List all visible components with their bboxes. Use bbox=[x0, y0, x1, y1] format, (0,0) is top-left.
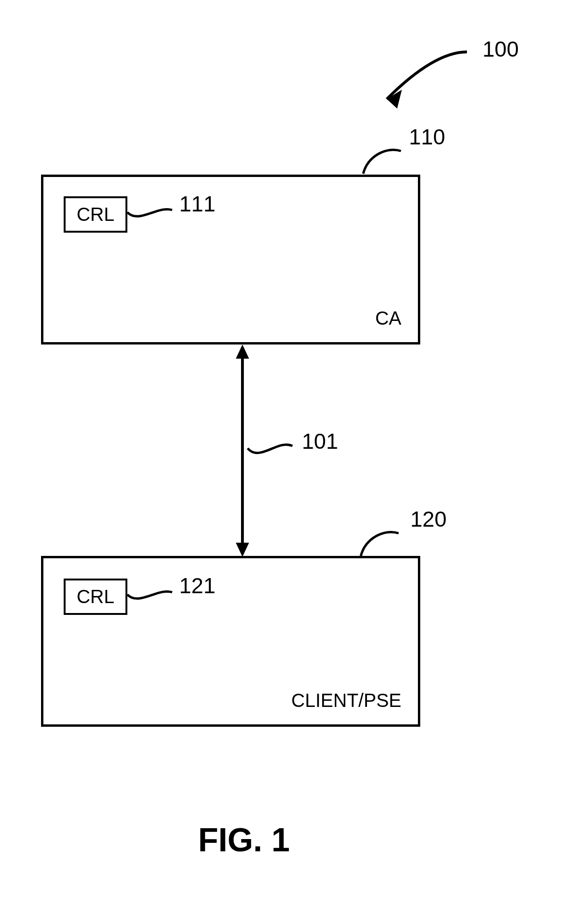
svg-marker-3 bbox=[236, 543, 249, 557]
svg-marker-2 bbox=[236, 344, 249, 359]
ca-crl-ref-label: 111 bbox=[179, 191, 216, 217]
ca-crl-text: CRL bbox=[76, 204, 114, 225]
connector-ref-label: 101 bbox=[302, 428, 338, 454]
client-crl-leader bbox=[125, 580, 177, 609]
ca-box-ref-label: 110 bbox=[409, 124, 445, 150]
system-ref-label: 100 bbox=[483, 36, 519, 62]
ca-box: CRL CA bbox=[41, 175, 420, 344]
ca-box-leader bbox=[358, 137, 415, 175]
client-corner-label: CLIENT/PSE bbox=[291, 690, 401, 711]
client-box-ref-label: 120 bbox=[410, 506, 447, 532]
ca-crl-box: CRL bbox=[64, 196, 127, 233]
diagram-canvas: 100 CRL CA 110 111 101 CRL CLIENT/PSE 12… bbox=[0, 0, 566, 924]
system-ref-arrow bbox=[358, 47, 481, 123]
connector-leader bbox=[245, 434, 297, 467]
ca-corner-label: CA bbox=[375, 308, 401, 329]
client-crl-box: CRL bbox=[64, 579, 127, 615]
client-box-leader bbox=[356, 519, 413, 557]
ca-crl-leader bbox=[125, 198, 177, 227]
client-crl-ref-label: 121 bbox=[179, 573, 216, 598]
client-crl-text: CRL bbox=[76, 586, 114, 607]
figure-caption: FIG. 1 bbox=[198, 821, 290, 859]
client-box: CRL CLIENT/PSE bbox=[41, 556, 420, 727]
